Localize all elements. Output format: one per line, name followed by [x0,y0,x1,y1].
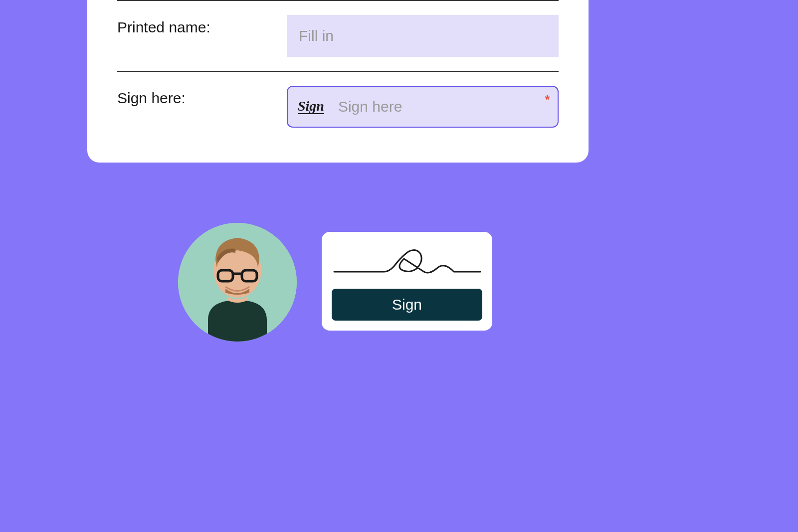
printed-name-label: Printed name: [117,15,287,36]
sign-here-label: Sign here: [117,86,287,107]
form-card: Printed name: Sign here: Sign Sign here … [87,0,589,163]
required-asterisk-icon: * [545,93,550,107]
sign-script-icon: Sign [298,99,324,114]
printed-name-input[interactable] [287,15,559,57]
signature-card: Sign [322,232,492,331]
avatar-image-icon [178,223,297,342]
sign-here-row: Sign here: Sign Sign here * [117,71,559,128]
sign-here-placeholder: Sign here [338,98,402,115]
signature-scribble-icon [332,244,482,279]
avatar [178,223,297,342]
sign-button[interactable]: Sign [332,289,482,321]
sign-here-field[interactable]: Sign Sign here * [287,86,559,128]
printed-name-row: Printed name: [117,0,559,71]
